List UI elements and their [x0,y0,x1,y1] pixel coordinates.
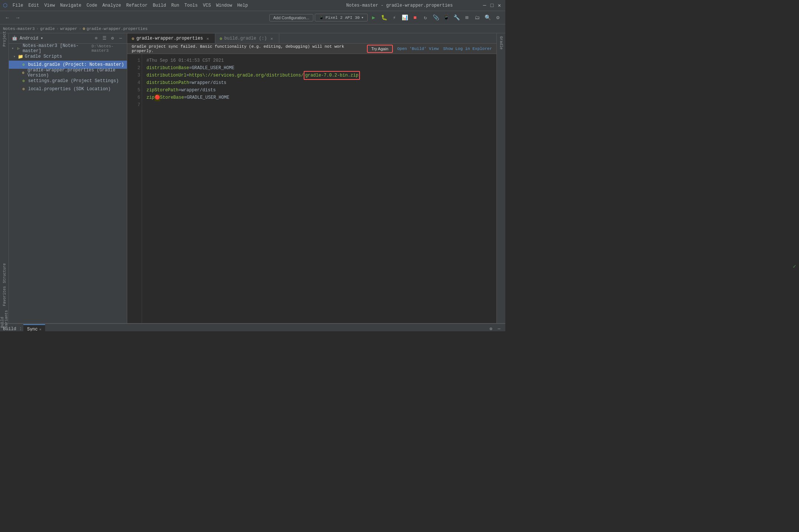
val-distributionurl-highlight: gradle-7.0.2-bin.zip [304,71,360,80]
scope-btn[interactable]: ⊙ [93,35,100,42]
breadcrumb-sep-3: › [79,27,81,31]
toolbar-back-icon[interactable]: ← [3,13,12,22]
debug-button[interactable]: 🐛 [380,13,388,22]
bottom-tab-actions: ⚙ — [488,326,502,332]
resource-manager-button[interactable]: 🗂 [473,13,482,22]
toolbar: ← → Add Configuration... 📱 Pixel 2 API 3… [0,11,505,24]
breadcrumb-item-file: ⚙ gradle-wrapper.properties [82,26,148,31]
search-everywhere-button[interactable]: 🔍 [483,13,492,22]
code-line-6: zip🔴StoreBase=GRADLE_USER_HOME [146,94,492,101]
settings-button[interactable]: ⚙ [493,13,502,22]
try-again-button[interactable]: Try Again [367,45,393,53]
settings-gradle-icon: ⚙ [21,78,27,84]
bottom-panel: Build : Sync ✕ ⚙ — ☰ 📌 🔍 ● Notes-master3… [0,323,505,331]
bottom-tab-sync-close[interactable]: ✕ [39,327,41,332]
run-button[interactable]: ▶ [369,13,378,22]
notification-text: Gradle project sync failed. Basic functi… [132,44,363,53]
close-btn[interactable]: ✕ [496,3,502,9]
title-bar: ⬡ File Edit View Navigate Code Analyze R… [0,0,505,11]
code-line-5: zipStorePath=wrapper/dists [146,87,492,94]
build-variants-sidebar-label[interactable]: Build Variants [0,315,9,323]
breadcrumb-item-wrapper[interactable]: wrapper [60,27,77,31]
stop-button[interactable]: ■ [411,13,419,22]
layout-btn[interactable]: ☰ [101,35,108,42]
bottom-tab-sync[interactable]: Sync ✕ [23,324,45,332]
code-line-1: #Thu Sep 16 01:41:53 CST 2021 [146,57,492,64]
editor-area: ⚙ gradle-wrapper.properties ✕ ⚙ build.gr… [127,33,496,323]
menu-window[interactable]: Window [214,2,234,9]
tab-build-gradle-close[interactable]: ✕ [269,36,274,41]
android-dropdown-icon[interactable]: ▾ [40,35,43,41]
add-configuration-button[interactable]: Add Configuration... [269,14,313,21]
val-zipstorepath: wrapper/dists [181,87,216,94]
breadcrumb: Notes-master3 › gradle › wrapper › ⚙ gra… [0,24,505,33]
favorites-sidebar-label[interactable]: Favorites [0,292,9,300]
menu-view[interactable]: View [42,2,57,9]
gradle-scripts-header[interactable]: ▾ 📁 Gradle Scripts [9,52,127,61]
sdk-button[interactable]: 🔧 [452,13,461,22]
menu-refactor[interactable]: Refactor [124,2,150,9]
code-editor: 1 2 3 4 5 6 7 #Thu Sep 16 01:41:53 CST 2… [127,54,496,323]
code-line-7 [146,101,492,109]
key-distributionurl: distributionUrl [146,72,186,79]
tree-item-settings-gradle[interactable]: ⚙ settings.gradle (Project Settings) [9,77,127,85]
tab-gradle-wrapper-close[interactable]: ✕ [205,36,210,41]
gradle-scripts-icon: 📁 [18,54,23,60]
menu-code[interactable]: Code [84,2,100,9]
device-dropdown-icon: ▾ [361,15,364,20]
val-zipstorebase: GRADLE_USER_HOME [187,94,229,101]
tab-build-gradle[interactable]: ⚙ build.gradle (:) ✕ [215,34,279,43]
root-path: D:\Notes-master3 [91,44,127,53]
build-gradle-icon: ⚙ [21,62,27,68]
show-log-link[interactable]: Show Log in Explorer [443,47,492,51]
menu-vcs[interactable]: VCS [201,2,213,9]
menu-tools[interactable]: Tools [182,2,200,9]
gear-icon[interactable]: ⚙ [109,35,116,42]
gradle-right-label[interactable]: Gradle [497,33,505,52]
main-layout: Project Structure Favorites Build Varian… [0,33,505,323]
menu-run[interactable]: Run [169,2,182,9]
app-icon: ⬡ [3,2,7,9]
bottom-settings-icon[interactable]: ⚙ [488,326,494,332]
bottom-close-icon[interactable]: — [496,326,502,332]
menu-help[interactable]: Help [235,2,250,9]
menu-navigate[interactable]: Navigate [58,2,84,9]
code-line-3: distributionUrl=https\://services.gradle… [146,72,492,79]
right-side-icons: Gradle [496,33,505,323]
gradle-wrapper-icon: ⚙ [21,70,26,76]
breadcrumb-item-root[interactable]: Notes-master3 [3,27,35,31]
line-numbers: 1 2 3 4 5 6 7 [127,54,142,323]
collapse-btn[interactable]: — [117,35,124,42]
tree-item-local-properties[interactable]: ⚙ local.properties (SDK Location) [9,85,127,93]
maximize-btn[interactable]: □ [489,3,495,9]
menu-edit[interactable]: Edit [26,2,41,9]
breadcrumb-item-gradle[interactable]: gradle [40,27,55,31]
attach-button[interactable]: 📎 [431,13,440,22]
code-content[interactable]: #Thu Sep 16 01:41:53 CST 2021 distributi… [142,54,496,323]
tree-item-gradle-wrapper[interactable]: ⚙ gradle-wrapper.properties (Gradle Vers… [9,69,127,77]
avd-button[interactable]: 📱 [442,13,451,22]
project-sidebar-label[interactable]: Project [0,35,9,43]
layout-editor-button[interactable]: ⊞ [462,13,471,22]
root-label: Notes-master3 [Notes-master] [23,44,90,54]
device-selector[interactable]: 📱 Pixel 2 API 30 ▾ [315,14,368,21]
menu-build[interactable]: Build [151,2,168,9]
code-line-2: distributionBase=GRADLE_USER_HOME [146,64,492,72]
structure-sidebar-label[interactable]: Structure [0,269,9,277]
gradle-scripts-arrow: ▾ [12,54,17,59]
android-icon: 🤖 [12,35,17,41]
menu-bar: File Edit View Navigate Code Analyze Ref… [10,2,250,9]
minimize-btn[interactable]: ─ [482,3,488,9]
window-title: Notes-master - gradle-wrapper.properties [346,3,453,8]
comment-text: #Thu Sep 16 01:41:53 CST 2021 [146,57,224,64]
menu-file[interactable]: File [10,2,26,9]
sync-button[interactable]: ↻ [421,13,430,22]
root-icon: ▷ [16,45,21,51]
tab-gradle-wrapper[interactable]: ⚙ gradle-wrapper.properties ✕ [127,34,215,43]
tree-item-root[interactable]: ▾ ▷ Notes-master3 [Notes-master] D:\Note… [9,44,127,52]
toolbar-forward-icon[interactable]: → [13,13,22,22]
menu-analyze[interactable]: Analyze [100,2,123,9]
coverage-button[interactable]: ⚡ [390,13,399,22]
profile-button[interactable]: 📊 [400,13,409,22]
open-build-view-link[interactable]: Open 'Build' View [397,47,439,51]
